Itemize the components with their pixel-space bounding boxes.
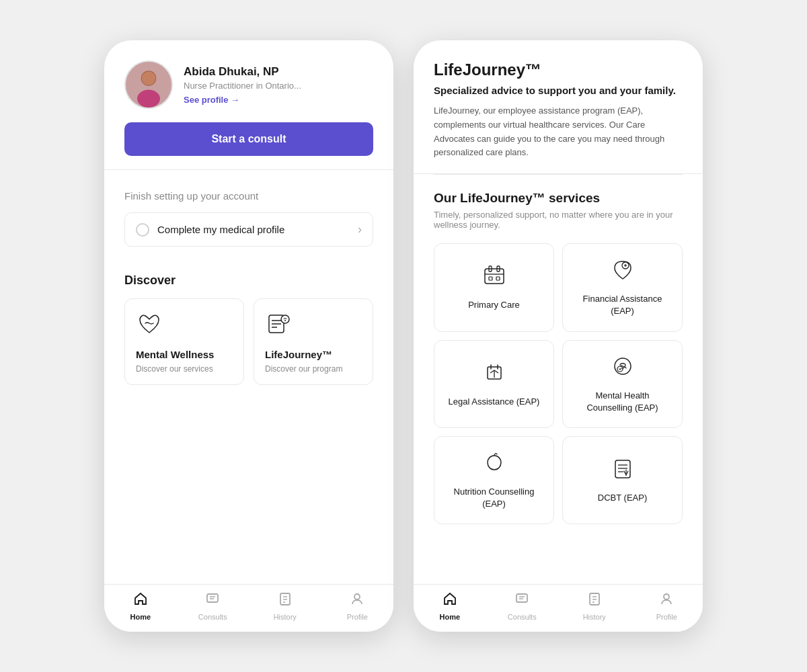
service-label-nutrition: Nutrition Counselling (EAP) (445, 486, 543, 510)
service-card-primary-care[interactable]: Primary Care (434, 243, 554, 331)
nav-home-label-phone2: Home (439, 613, 460, 621)
svg-rect-22 (489, 277, 492, 280)
bottom-nav-phone1: Home Consults History (104, 584, 393, 632)
services-subtitle: Timely, personalized support, no matter … (434, 210, 683, 230)
setup-circle (136, 223, 149, 237)
discover-cards: Mental Wellness Discover our services (124, 298, 373, 385)
setup-item-text: Complete my medical profile (157, 224, 284, 235)
services-grid: Primary Care Financial Assista (434, 243, 683, 524)
service-label-primary-care: Primary Care (468, 299, 520, 311)
nutrition-icon (482, 450, 506, 479)
nav-history-label-phone2: History (583, 613, 606, 621)
phone-2: LifeJourney™ Specialized advice to suppo… (414, 40, 703, 632)
service-card-legal[interactable]: Legal Assistance (EAP) (434, 340, 554, 428)
setup-item[interactable]: Complete my medical profile › (124, 212, 373, 247)
provider-section: Abida Dhukai, NP Nurse Practitioner in O… (104, 40, 393, 170)
svg-point-17 (354, 594, 360, 599)
discover-card-subtitle-1: Discover our services (136, 364, 233, 374)
svg-point-3 (142, 71, 156, 85)
discover-card-title-1: Mental Wellness (136, 348, 233, 362)
history-icon-2 (587, 591, 602, 610)
lifejourney-icon (265, 310, 362, 340)
setup-title: Finish setting up your account (124, 190, 373, 202)
nav-consults-phone1[interactable]: Consults (177, 591, 249, 621)
services-section: Our LifeJourney™ services Timely, person… (414, 175, 703, 584)
profile-icon (350, 591, 364, 610)
profile-icon-2 (659, 591, 674, 610)
setup-section: Finish setting up your account Complete … (104, 170, 393, 260)
see-profile-link[interactable]: See profile → (184, 95, 301, 105)
svg-rect-23 (496, 277, 500, 280)
primary-care-icon (482, 263, 506, 292)
discover-section: Discover Mental Wellness Discover our se… (104, 260, 393, 584)
service-card-financial[interactable]: Financial Assistance (EAP) (562, 243, 683, 331)
discover-card-subtitle-2: Discover our program (265, 364, 362, 374)
svg-rect-37 (516, 594, 527, 602)
consults-icon (205, 591, 220, 610)
provider-role: Nurse Practitioner in Ontario... (184, 81, 301, 91)
nav-profile-phone2[interactable]: Profile (631, 591, 703, 621)
nav-history-phone1[interactable]: History (249, 591, 321, 621)
svg-point-44 (664, 594, 669, 599)
phone-1: Abida Dhukai, NP Nurse Practitioner in O… (104, 40, 393, 632)
svg-rect-10 (207, 594, 218, 602)
service-label-mental-health: Mental Health Counselling (EAP) (574, 390, 671, 414)
service-card-mental-health[interactable]: Mental Health Counselling (EAP) (562, 340, 683, 428)
svg-rect-32 (615, 460, 630, 478)
discover-title: Discover (124, 274, 373, 288)
nav-home-phone2[interactable]: Home (414, 591, 486, 621)
nav-profile-label-phone2: Profile (656, 613, 677, 621)
discover-card-title-2: LifeJourney™ (265, 348, 362, 362)
history-icon (278, 591, 293, 610)
svg-point-8 (281, 315, 289, 323)
nav-home-label-phone1: Home (130, 613, 151, 621)
svg-point-2 (137, 90, 160, 108)
nav-history-label-phone1: History (274, 613, 297, 621)
nav-history-phone2[interactable]: History (558, 591, 631, 621)
service-label-legal: Legal Assistance (EAP) (449, 396, 540, 408)
nav-consults-phone2[interactable]: Consults (486, 591, 559, 621)
lifejourney-title: LifeJourney™ (434, 60, 683, 79)
nav-home-phone1[interactable]: Home (104, 591, 177, 621)
provider-info: Abida Dhukai, NP Nurse Practitioner in O… (184, 65, 301, 105)
home-icon (133, 591, 148, 610)
lifejourney-header: LifeJourney™ Specialized advice to suppo… (414, 40, 703, 174)
lifejourney-desc: LifeJourney, our employee assistance pro… (434, 104, 683, 160)
discover-card-lifejourney[interactable]: LifeJourney™ Discover our program (254, 298, 373, 385)
provider-card: Abida Dhukai, NP Nurse Practitioner in O… (124, 60, 373, 109)
provider-name: Abida Dhukai, NP (184, 65, 301, 79)
nav-consults-label-phone1: Consults (198, 613, 227, 621)
bottom-nav-phone2: Home Consults History (414, 584, 703, 632)
mental-health-icon (611, 354, 635, 383)
svg-point-31 (617, 366, 623, 372)
lifejourney-subtitle: Specialized advice to support you and yo… (434, 85, 683, 96)
svg-point-9 (284, 320, 286, 321)
nav-profile-label-phone1: Profile (347, 613, 368, 621)
mental-wellness-icon (136, 310, 233, 340)
avatar (124, 60, 173, 109)
services-title: Our LifeJourney™ services (434, 191, 683, 206)
service-card-dcbt[interactable]: DCBT (EAP) (562, 436, 683, 524)
service-label-financial: Financial Assistance (EAP) (574, 293, 671, 317)
start-consult-button[interactable]: Start a consult (124, 122, 373, 156)
service-card-nutrition[interactable]: Nutrition Counselling (EAP) (434, 436, 554, 524)
service-label-dcbt: DCBT (EAP) (598, 492, 647, 504)
consults-icon-2 (514, 591, 529, 610)
dcbt-icon (611, 456, 635, 485)
financial-icon (611, 257, 635, 286)
nav-consults-label-phone2: Consults (508, 613, 537, 621)
discover-card-mental-wellness[interactable]: Mental Wellness Discover our services (124, 298, 244, 385)
svg-rect-18 (485, 269, 504, 284)
chevron-right-icon: › (358, 222, 362, 237)
legal-icon (482, 360, 506, 389)
home-icon-2 (443, 591, 457, 610)
nav-profile-phone1[interactable]: Profile (321, 591, 394, 621)
